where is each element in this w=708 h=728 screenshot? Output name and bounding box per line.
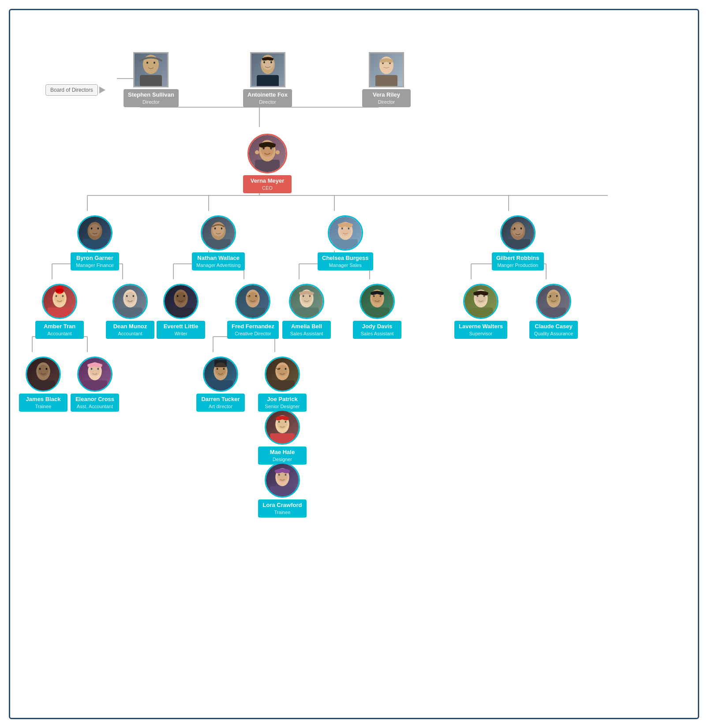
svg-rect-106	[365, 308, 390, 318]
node-stephen[interactable]: Stephen Sullivan Director	[124, 52, 179, 107]
node-joe[interactable]: Joe Patrick Senior Designer	[258, 356, 307, 412]
svg-point-79	[520, 228, 522, 230]
svg-point-125	[46, 368, 48, 370]
node-mae[interactable]: Mae Hale Designer	[258, 409, 307, 465]
node-amelia[interactable]: Amelia Bell Sales Assistant	[282, 284, 331, 339]
avatar-vera	[369, 52, 404, 87]
avatar-chelsea	[328, 215, 363, 251]
svg-point-150	[278, 474, 280, 476]
name-box-mae: Mae Hale Designer	[258, 447, 307, 465]
svg-rect-147	[270, 486, 295, 496]
svg-rect-43	[257, 75, 279, 87]
name-box-chelsea: Chelsea Burgess Manager Sales	[318, 252, 373, 270]
node-fred[interactable]: Fred Fernandez Creative Director	[227, 284, 279, 339]
node-everett[interactable]: Everett Little Writer	[157, 284, 205, 339]
name-box-lora: Lora Crawford Trainee	[258, 499, 307, 518]
svg-point-74	[348, 228, 349, 230]
name-box-verna: Verna Meyer CEO	[243, 175, 292, 193]
avatar-lora	[265, 462, 300, 498]
org-chart-container: Board of Directors	[9, 9, 699, 719]
svg-point-58	[255, 150, 259, 154]
svg-rect-80	[47, 308, 72, 318]
name-box-stephen: Stephen Sullivan Director	[124, 89, 179, 107]
svg-rect-48	[375, 75, 397, 87]
avatar-everett	[163, 284, 199, 319]
name-box-darren: Darren Tucker Art director	[196, 394, 245, 412]
svg-point-73	[341, 228, 343, 230]
svg-point-83	[56, 295, 57, 297]
avatar-laverne	[463, 284, 498, 319]
svg-rect-137	[270, 380, 295, 390]
name-box-amber: Amber Tran Accountant	[35, 321, 84, 339]
avatar-mae	[265, 409, 300, 445]
node-claude[interactable]: Claude Casey Quality Assurance	[529, 284, 578, 339]
avatar-amber	[42, 284, 77, 319]
node-dean[interactable]: Dean Munoz Accountant	[106, 284, 154, 339]
node-eleanor[interactable]: Eleanor Cross Asst. Accountant	[71, 356, 119, 412]
svg-point-90	[133, 295, 135, 297]
svg-point-100	[255, 295, 257, 297]
svg-rect-96	[241, 308, 266, 318]
name-box-laverne: Laverne Walters Supervisor	[454, 321, 507, 339]
svg-point-120	[556, 295, 558, 297]
node-darren[interactable]: Darren Tucker Art director	[196, 356, 245, 412]
name-box-vera: Vera Riley Director	[362, 89, 411, 107]
node-jody[interactable]: Jody Davis Sales Assistant	[353, 284, 401, 339]
name-box-james: James Black Trainee	[19, 394, 67, 412]
svg-point-69	[221, 228, 223, 230]
board-of-directors-label: Board of Directors	[45, 84, 98, 96]
node-vera[interactable]: Vera Riley Director	[362, 52, 411, 107]
svg-rect-60	[82, 239, 107, 249]
svg-rect-111	[468, 308, 493, 318]
avatar-james	[26, 356, 61, 392]
node-chelsea[interactable]: Chelsea Burgess Manager Sales	[318, 215, 373, 270]
svg-rect-142	[270, 433, 295, 443]
node-amber[interactable]: Amber Tran Accountant	[35, 284, 84, 339]
node-byron[interactable]: Byron Garner Manager Finance	[71, 215, 119, 270]
svg-rect-136	[214, 360, 227, 368]
node-gilbert[interactable]: Gilbert Robbins Manger Production	[492, 215, 544, 270]
node-antoinette[interactable]: Antoinette Fox Director	[243, 52, 292, 107]
avatar-stephen	[133, 52, 169, 87]
svg-point-62	[89, 224, 101, 236]
node-lora[interactable]: Lora Crawford Trainee	[258, 462, 307, 518]
node-laverne[interactable]: Laverne Walters Supervisor	[454, 284, 507, 339]
avatar-eleanor	[77, 356, 112, 392]
avatar-verna	[247, 134, 287, 173]
name-box-claude: Claude Casey Quality Assurance	[529, 321, 578, 339]
svg-point-104	[303, 295, 304, 297]
avatar-antoinette	[250, 52, 285, 87]
name-box-nathan: Nathan Wallace Manager Advertising	[192, 252, 245, 270]
svg-rect-91	[169, 308, 193, 318]
name-box-gilbert: Gilbert Robbins Manger Production	[492, 252, 544, 270]
svg-rect-53	[255, 160, 280, 172]
svg-point-134	[217, 368, 218, 370]
name-box-dean: Dean Munoz Accountant	[106, 321, 154, 339]
node-nathan[interactable]: Nathan Wallace Manager Advertising	[192, 215, 245, 270]
svg-rect-70	[333, 239, 358, 249]
svg-point-110	[380, 295, 382, 297]
node-verna[interactable]: Verna Meyer CEO	[243, 134, 292, 193]
svg-point-109	[373, 295, 375, 297]
svg-point-135	[223, 368, 225, 370]
name-box-everett: Everett Little Writer	[157, 321, 205, 339]
svg-point-141	[285, 368, 287, 370]
avatar-gilbert	[500, 215, 536, 251]
svg-point-145	[278, 421, 280, 423]
avatar-joe	[265, 356, 300, 392]
svg-point-64	[97, 228, 99, 230]
svg-rect-65	[206, 239, 231, 249]
svg-point-47	[270, 61, 272, 64]
svg-point-63	[91, 228, 93, 230]
svg-rect-131	[208, 380, 233, 390]
svg-point-46	[263, 61, 265, 64]
svg-point-95	[184, 295, 185, 297]
avatar-jody	[360, 284, 395, 319]
name-box-byron: Byron Garner Manager Finance	[71, 252, 119, 270]
avatar-byron	[77, 215, 112, 251]
svg-point-68	[214, 228, 216, 230]
svg-rect-101	[294, 308, 319, 318]
svg-rect-75	[506, 239, 530, 249]
svg-point-129	[91, 368, 93, 370]
node-james[interactable]: James Black Trainee	[19, 356, 67, 412]
